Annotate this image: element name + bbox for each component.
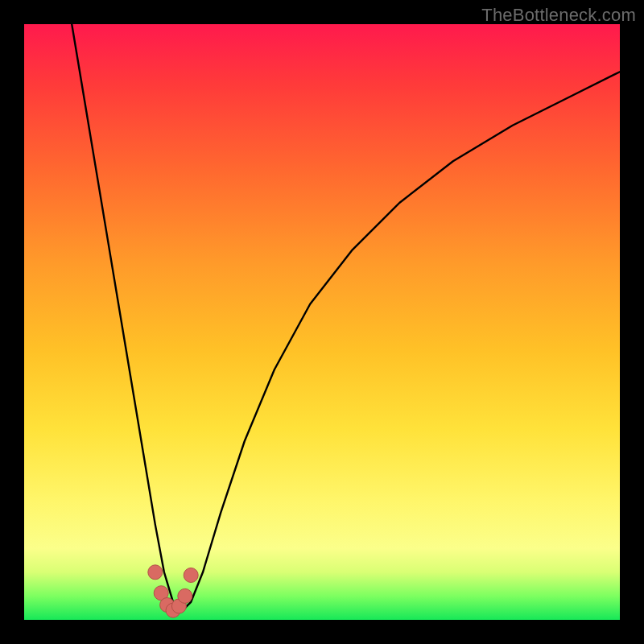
- bottleneck-curve-svg: [24, 24, 620, 620]
- minimum-marker: [178, 588, 192, 603]
- plot-area: [24, 24, 620, 620]
- watermark-text: TheBottleneck.com: [481, 5, 636, 26]
- minimum-marker: [148, 565, 163, 580]
- bottleneck-curve: [72, 24, 620, 611]
- minimum-marker-group: [148, 565, 198, 617]
- minimum-marker: [184, 568, 198, 583]
- chart-frame: TheBottleneck.com: [0, 0, 644, 644]
